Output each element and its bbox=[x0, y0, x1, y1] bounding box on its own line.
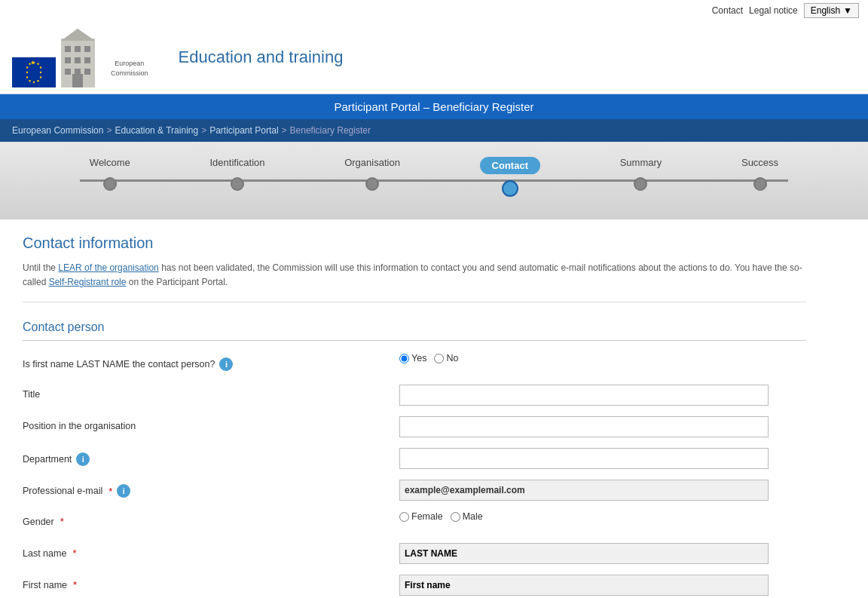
step-contact[interactable]: Contact bbox=[480, 157, 540, 197]
self-registrant-link[interactable]: Self-Registrant role bbox=[49, 277, 127, 287]
last-name-control bbox=[399, 543, 806, 564]
title-control bbox=[399, 385, 806, 406]
step-success-dot bbox=[753, 177, 767, 191]
gender-required-mark: * bbox=[60, 516, 64, 527]
is-contact-label-area: Is first name LAST NAME the contact pers… bbox=[23, 353, 399, 371]
last-name-label: Last name bbox=[23, 548, 66, 559]
contact-person-title: Contact person bbox=[23, 320, 806, 341]
position-label: Position in the organisation bbox=[23, 421, 136, 431]
svg-point-11 bbox=[26, 66, 28, 68]
step-identification[interactable]: Identification bbox=[209, 157, 264, 191]
step-organisation[interactable]: Organisation bbox=[344, 157, 400, 191]
step-identification-dot bbox=[231, 177, 244, 191]
last-name-required-mark: * bbox=[72, 547, 76, 559]
first-name-control bbox=[399, 575, 806, 596]
step-welcome-dot bbox=[103, 177, 117, 191]
first-name-row: First name * bbox=[23, 575, 806, 598]
gender-male-radio[interactable] bbox=[451, 512, 460, 522]
contact-link[interactable]: Contact bbox=[712, 5, 743, 16]
svg-point-9 bbox=[26, 76, 28, 78]
is-contact-row: Is first name LAST NAME the contact pers… bbox=[23, 353, 806, 377]
header-title-area: Education and training bbox=[179, 48, 344, 67]
step-summary-dot bbox=[634, 177, 647, 191]
gender-male-option[interactable]: Male bbox=[451, 511, 483, 522]
gender-label-area: Gender * bbox=[23, 511, 399, 527]
lear-link[interactable]: LEAR of the organisation bbox=[58, 262, 158, 273]
commission-label-area: European Commission bbox=[111, 59, 148, 78]
step-contact-label: Contact bbox=[480, 157, 540, 174]
step-welcome-label: Welcome bbox=[90, 157, 130, 168]
last-name-row: Last name * bbox=[23, 543, 806, 567]
department-label: Department bbox=[23, 454, 72, 465]
svg-point-10 bbox=[26, 72, 28, 73]
first-name-required-mark: * bbox=[73, 579, 77, 590]
breadcrumb-item-commission[interactable]: European Commission bbox=[12, 125, 103, 136]
language-button[interactable]: English ▼ bbox=[804, 3, 859, 18]
breadcrumb: European Commission > Education & Traini… bbox=[0, 119, 868, 142]
progress-line bbox=[80, 179, 788, 182]
department-info-icon[interactable]: i bbox=[76, 452, 90, 466]
position-label-area: Position in the organisation bbox=[23, 416, 399, 431]
gender-female-radio[interactable] bbox=[399, 512, 409, 522]
gender-row: Gender * Female Male bbox=[23, 511, 806, 535]
email-row: Professional e-mail * i bbox=[23, 480, 806, 504]
commission-line2: Commission bbox=[111, 69, 148, 77]
first-name-input[interactable] bbox=[399, 575, 769, 596]
svg-marker-14 bbox=[61, 29, 95, 41]
position-control bbox=[399, 416, 806, 437]
department-label-area: Department i bbox=[23, 448, 399, 466]
svg-point-5 bbox=[40, 76, 41, 78]
commission-line1: European bbox=[115, 60, 144, 67]
title-input[interactable] bbox=[399, 385, 769, 406]
is-contact-info-icon[interactable]: i bbox=[219, 357, 233, 371]
email-info-icon[interactable]: i bbox=[117, 484, 130, 498]
portal-subtitle: Participant Portal – Beneficiary Registe… bbox=[334, 100, 533, 113]
svg-rect-20 bbox=[84, 57, 90, 63]
language-arrow-icon: ▼ bbox=[843, 5, 852, 16]
is-contact-no-option[interactable]: No bbox=[434, 353, 458, 363]
svg-point-8 bbox=[29, 80, 30, 81]
step-summary[interactable]: Summary bbox=[620, 157, 662, 191]
last-name-label-area: Last name * bbox=[23, 543, 399, 559]
gender-female-option[interactable]: Female bbox=[399, 511, 443, 522]
department-control bbox=[399, 448, 806, 469]
email-input[interactable] bbox=[399, 480, 769, 501]
is-contact-no-radio[interactable] bbox=[434, 354, 444, 363]
title-label-area: Title bbox=[23, 385, 399, 400]
eu-flag bbox=[12, 57, 56, 87]
is-contact-control: Yes No bbox=[399, 353, 806, 363]
step-summary-label: Summary bbox=[620, 157, 662, 168]
svg-rect-16 bbox=[75, 46, 81, 52]
site-header: European Commission Education and traini… bbox=[0, 21, 868, 94]
site-title: Education and training bbox=[179, 48, 344, 67]
is-contact-yes-option[interactable]: Yes bbox=[399, 353, 426, 363]
svg-point-1 bbox=[33, 62, 35, 63]
svg-rect-22 bbox=[75, 69, 81, 75]
logo-area bbox=[12, 27, 99, 87]
gender-female-label: Female bbox=[411, 511, 443, 522]
position-input[interactable] bbox=[399, 416, 769, 437]
svg-rect-18 bbox=[65, 57, 71, 63]
step-welcome[interactable]: Welcome bbox=[90, 157, 130, 191]
gender-control: Female Male bbox=[399, 511, 806, 522]
last-name-input[interactable] bbox=[399, 543, 769, 564]
is-contact-yes-radio[interactable] bbox=[399, 354, 409, 363]
svg-point-6 bbox=[37, 80, 38, 81]
top-bar: Contact Legal notice English ▼ bbox=[0, 0, 868, 21]
step-organisation-dot bbox=[365, 177, 379, 191]
breadcrumb-item-portal[interactable]: Participant Portal bbox=[209, 125, 278, 136]
step-identification-label: Identification bbox=[209, 157, 264, 168]
department-row: Department i bbox=[23, 448, 806, 472]
step-organisation-label: Organisation bbox=[344, 157, 400, 168]
step-success[interactable]: Success bbox=[741, 157, 778, 191]
department-input[interactable] bbox=[399, 448, 769, 469]
first-name-label-area: First name * bbox=[23, 575, 399, 590]
is-contact-label: Is first name LAST NAME the contact pers… bbox=[23, 359, 215, 370]
first-name-label: First name bbox=[23, 580, 67, 590]
progress-steps: Welcome Identification Organisation Cont… bbox=[20, 157, 848, 197]
breadcrumb-item-education[interactable]: Education & Training bbox=[115, 125, 198, 136]
legal-notice-link[interactable]: Legal notice bbox=[749, 5, 798, 16]
building-graphic bbox=[57, 27, 99, 87]
email-control bbox=[399, 480, 806, 501]
svg-rect-17 bbox=[84, 46, 90, 52]
